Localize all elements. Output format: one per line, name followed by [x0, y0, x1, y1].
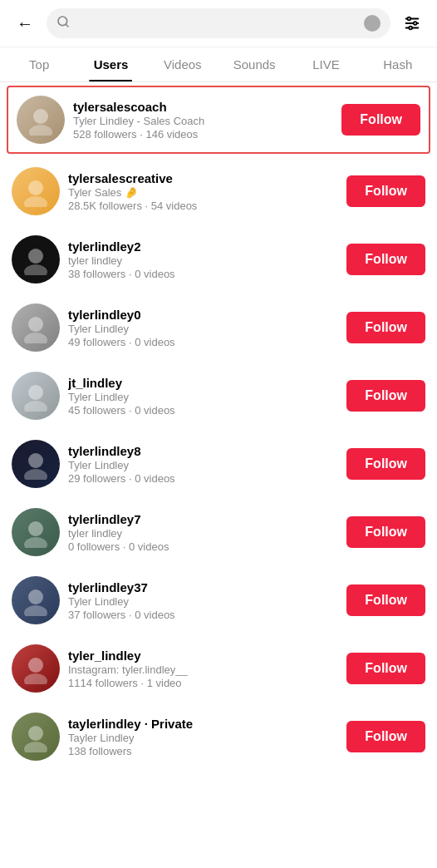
user-item[interactable]: jt_lindleyTyler Lindley45 followers · 0 … [0, 362, 437, 430]
svg-point-5 [408, 17, 411, 21]
tab-top[interactable]: Top [3, 47, 75, 81]
follow-button[interactable]: Follow [346, 516, 425, 548]
avatar [12, 235, 60, 284]
follow-button[interactable]: Follow [346, 721, 425, 752]
user-stats: 37 followers · 0 videos [68, 609, 338, 621]
avatar [12, 440, 60, 488]
username: tylersalescoach [73, 100, 333, 114]
svg-point-11 [24, 196, 47, 207]
user-stats: 0 followers · 0 videos [68, 540, 338, 553]
user-stats: 528 followers · 146 videos [73, 128, 333, 141]
svg-point-19 [24, 469, 47, 480]
svg-point-14 [28, 317, 43, 332]
follow-button[interactable]: Follow [346, 244, 425, 275]
avatar [12, 167, 60, 215]
filter-button[interactable] [397, 8, 427, 38]
follow-button[interactable]: Follow [346, 584, 425, 616]
svg-point-13 [24, 264, 47, 275]
back-button[interactable]: ← [10, 8, 40, 38]
svg-point-18 [28, 453, 43, 468]
tab-live[interactable]: LIVE [290, 47, 361, 81]
display-name: Tyler Lindley - Sales Coach [73, 115, 333, 127]
avatar [12, 713, 60, 761]
user-item[interactable]: tylerlindley2tyler lindley38 followers ·… [0, 225, 437, 293]
username: tylersalescreative [68, 171, 338, 185]
username: taylerlindley · Private [68, 717, 338, 731]
user-item[interactable]: tylersalescreativeTyler Sales 🤌28.5K fol… [0, 157, 437, 225]
svg-point-25 [24, 673, 47, 684]
follow-button[interactable]: Follow [346, 448, 425, 480]
display-name: tyler lindley [68, 527, 338, 540]
svg-point-21 [24, 537, 47, 548]
username: tylerlindley2 [68, 239, 338, 254]
user-info: tylerlindley7tyler lindley0 followers · … [68, 512, 338, 553]
tab-users[interactable]: Users [75, 47, 146, 81]
avatar [12, 372, 60, 420]
svg-point-20 [28, 521, 43, 536]
user-info: tyler_lindleyInstagram: tyler.lindley__1… [68, 649, 338, 689]
username: tylerlindley0 [68, 308, 338, 322]
svg-point-8 [33, 109, 48, 124]
user-item[interactable]: tylerlindley0Tyler Lindley49 followers ·… [0, 293, 437, 362]
svg-point-22 [28, 589, 43, 604]
user-stats: 38 followers · 0 videos [68, 268, 338, 280]
user-info: tylerlindley0Tyler Lindley49 followers ·… [68, 308, 338, 348]
display-name: Tyler Lindley [68, 323, 338, 335]
svg-point-27 [24, 742, 47, 752]
username: jt_lindley [68, 376, 338, 390]
svg-line-1 [66, 24, 68, 27]
svg-point-24 [28, 658, 43, 673]
svg-point-10 [28, 180, 43, 195]
avatar [17, 96, 65, 144]
user-stats: 49 followers · 0 videos [68, 336, 338, 348]
search-bar[interactable] [47, 8, 390, 38]
user-stats: 45 followers · 0 videos [68, 404, 338, 417]
svg-point-6 [414, 22, 417, 25]
svg-point-16 [28, 385, 43, 400]
username: tylerlindley8 [68, 444, 338, 458]
user-info: tylerlindley8Tyler Lindley29 followers ·… [68, 444, 338, 485]
svg-point-9 [29, 125, 52, 136]
header: ← [0, 0, 437, 47]
follow-button[interactable]: Follow [346, 653, 425, 684]
user-item[interactable]: tylerlindley37Tyler Lindley37 followers … [0, 566, 437, 634]
user-item[interactable]: tyler_lindleyInstagram: tyler.lindley__1… [0, 634, 437, 703]
display-name: Tyler Lindley [68, 391, 338, 403]
display-name: tyler lindley [68, 254, 338, 267]
avatar [12, 508, 60, 556]
user-info: jt_lindleyTyler Lindley45 followers · 0 … [68, 376, 338, 417]
tab-sounds[interactable]: Sounds [218, 47, 290, 81]
display-name: Tyler Lindley [68, 459, 338, 471]
user-info: taylerlindley · PrivateTayler Lindley138… [68, 717, 338, 757]
svg-point-17 [24, 401, 47, 412]
display-name: Tyler Sales 🤌 [68, 186, 338, 199]
search-icon [56, 15, 70, 32]
user-info: tylerlindley2tyler lindley38 followers ·… [68, 239, 338, 280]
follow-button[interactable]: Follow [341, 104, 420, 136]
follow-button[interactable]: Follow [346, 175, 425, 207]
display-name: Tyler Lindley [68, 595, 338, 608]
svg-point-26 [28, 726, 43, 741]
user-item[interactable]: taylerlindley · PrivateTayler Lindley138… [0, 703, 437, 771]
follow-button[interactable]: Follow [346, 380, 425, 412]
tabs-bar: Top Users Videos Sounds LIVE Hash [0, 47, 437, 82]
avatar [12, 576, 60, 624]
user-info: tylersalescreativeTyler Sales 🤌28.5K fol… [68, 171, 338, 212]
user-stats: 1114 followers · 1 video [68, 677, 338, 689]
tab-hash[interactable]: Hash [362, 47, 434, 81]
avatar [12, 303, 60, 352]
username: tyler_lindley [68, 649, 338, 663]
user-stats: 28.5K followers · 54 videos [68, 200, 338, 212]
svg-point-15 [24, 333, 47, 343]
user-stats: 138 followers [68, 745, 338, 757]
display-name: Tayler Lindley [68, 732, 338, 744]
tab-videos[interactable]: Videos [147, 47, 218, 81]
username: tylerlindley37 [68, 580, 338, 594]
svg-point-7 [409, 27, 412, 30]
user-item[interactable]: tylerlindley7tyler lindley0 followers · … [0, 498, 437, 566]
user-item[interactable]: tylerlindley8Tyler Lindley29 followers ·… [0, 430, 437, 498]
follow-button[interactable]: Follow [346, 312, 425, 343]
clear-search-button[interactable] [364, 15, 381, 32]
user-item[interactable]: tylersalescoachTyler Lindley - Sales Coa… [7, 86, 430, 154]
user-info: tylersalescoachTyler Lindley - Sales Coa… [73, 100, 333, 141]
